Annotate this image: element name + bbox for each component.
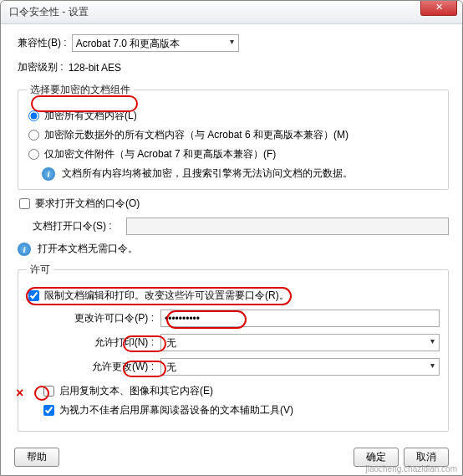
encrypt-info-row: i 文档所有内容均将被加密，且搜索引擎将无法访问文档的元数据。 [42, 166, 440, 181]
open-pw-field-wrap [126, 218, 449, 235]
allow-change-row: 允许更改(W) : 无 [27, 358, 440, 376]
close-button[interactable]: ✕ [420, 1, 457, 16]
allow-print-select[interactable]: 无 [160, 334, 440, 351]
compat-dropdown[interactable]: Acrobat 7.0 和更高版本 [72, 34, 239, 52]
allow-print-label: 允许打印(N) : [27, 335, 160, 350]
ok-button[interactable]: 确定 [354, 448, 399, 467]
allow-print-row: 允许打印(N) : 无 [27, 334, 440, 351]
encrypt-except-meta-row[interactable]: 加密除元数据外的所有文档内容（与 Acrobat 6 和更高版本兼容）(M) [27, 128, 440, 142]
encrypt-components-group: 选择要加密的文档组件 加密所有文档内容(L) 加密除元数据外的所有文档内容（与 … [18, 83, 449, 190]
require-open-pw-checkbox[interactable] [19, 198, 30, 209]
require-open-pw-row[interactable]: 要求打开文档的口令(O) [18, 197, 449, 211]
cancel-button[interactable]: 取消 [404, 448, 449, 467]
dialog-window: 口令安全性 - 设置 ✕ 兼容性(B) : Acrobat 7.0 和更高版本 … [0, 0, 463, 476]
encrypt-attach-row[interactable]: 仅加密文件附件（与 Acrobat 7 和更高版本兼容）(F) [27, 147, 440, 161]
change-pw-field-wrap [160, 310, 440, 327]
encrypt-components-legend: 选择要加密的文档组件 [27, 83, 134, 97]
encrypt-level-value: 128-bit AES [69, 62, 121, 74]
enable-copy-row[interactable]: 启用复制文本、图像和其它内容(E) [42, 384, 440, 398]
permissions-legend: 许可 [27, 263, 53, 277]
change-pw-input[interactable] [160, 310, 440, 327]
encrypt-level-row: 加密级别 : 128-bit AES [18, 60, 449, 74]
encrypt-all-radio[interactable] [28, 110, 39, 121]
allow-change-label: 允许更改(W) : [27, 360, 160, 374]
enable-copy-checkbox[interactable] [43, 386, 54, 397]
restrict-checkbox[interactable] [28, 290, 39, 301]
open-pw-input [126, 218, 449, 235]
encrypt-attach-radio[interactable] [28, 149, 39, 160]
encrypt-info-text: 文档所有内容均将被加密，且搜索引擎将无法访问文档的元数据。 [62, 166, 353, 181]
encrypt-all-label: 加密所有文档内容(L) [44, 109, 137, 123]
change-pw-label: 更改许可口令(P) : [27, 311, 160, 325]
open-pw-info-row: i 打开本文档无需口令。 [18, 242, 449, 256]
allow-change-select[interactable]: 无 [160, 358, 440, 376]
compat-select[interactable]: Acrobat 7.0 和更高版本 [72, 34, 239, 52]
open-pw-info-text: 打开本文档无需口令。 [38, 242, 138, 256]
enable-reader-checkbox[interactable] [43, 405, 54, 416]
encrypt-except-meta-label: 加密除元数据外的所有文档内容（与 Acrobat 6 和更高版本兼容）(M) [44, 128, 349, 142]
allow-change-field[interactable]: 无 [160, 358, 440, 376]
encrypt-except-meta-radio[interactable] [28, 130, 39, 141]
compat-row: 兼容性(B) : Acrobat 7.0 和更高版本 [18, 34, 449, 52]
titlebar: 口令安全性 - 设置 ✕ [1, 1, 462, 24]
info-icon: i [18, 243, 31, 256]
encrypt-all-row[interactable]: 加密所有文档内容(L) [27, 109, 440, 123]
compat-label: 兼容性(B) : [18, 36, 67, 50]
encrypt-attach-label: 仅加密文件附件（与 Acrobat 7 和更高版本兼容）(F) [44, 147, 276, 161]
restrict-label: 限制文档编辑和打印。改变这些许可设置需要口令(R)。 [44, 289, 289, 303]
open-pw-row: 文档打开口令(S) : [18, 218, 449, 235]
window-title: 口令安全性 - 设置 [9, 5, 89, 19]
allow-print-field[interactable]: 无 [160, 334, 440, 351]
change-pw-row: 更改许可口令(P) : [27, 310, 440, 327]
enable-copy-label: 启用复制文本、图像和其它内容(E) [59, 384, 213, 398]
button-bar: 帮助 确定 取消 [1, 448, 462, 467]
enable-reader-row[interactable]: 为视力不佳者启用屏幕阅读器设备的文本辅助工具(V) [42, 403, 440, 417]
require-open-pw-label: 要求打开文档的口令(O) [35, 197, 140, 211]
open-pw-label: 文档打开口令(S) : [18, 219, 126, 233]
permissions-group: 许可 限制文档编辑和打印。改变这些许可设置需要口令(R)。 更改许可口令(P) … [18, 263, 449, 432]
content-area: 兼容性(B) : Acrobat 7.0 和更高版本 加密级别 : 128-bi… [1, 24, 462, 445]
enable-reader-label: 为视力不佳者启用屏幕阅读器设备的文本辅助工具(V) [59, 403, 293, 417]
help-button[interactable]: 帮助 [14, 448, 59, 467]
encrypt-level-label: 加密级别 : [18, 60, 64, 74]
restrict-row[interactable]: 限制文档编辑和打印。改变这些许可设置需要口令(R)。 [27, 289, 440, 303]
info-icon: i [42, 167, 55, 181]
